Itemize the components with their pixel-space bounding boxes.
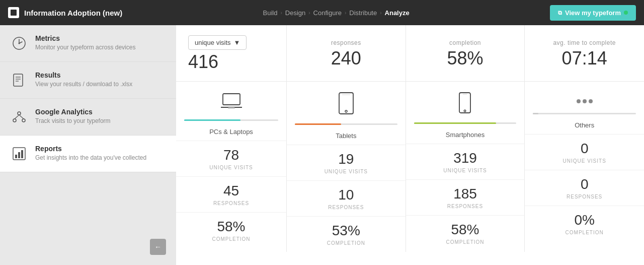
svg-rect-14 [21,150,23,158]
svg-rect-2 [14,74,23,86]
device-unique-visits-label: UNIQUE VISITS [325,169,368,174]
svg-rect-15 [223,94,240,105]
nav-arrow-3: › [345,10,346,16]
svg-line-9 [15,115,19,119]
reports-title: Reports [35,145,146,153]
device-responses-value: 45 [223,183,239,199]
device-unique-visits-value: 0 [581,141,589,157]
sidebar-collapse-button[interactable]: ← [150,239,166,255]
sidebar-item-google-analytics[interactable]: Google Analytics Track visits to your ty… [0,99,176,136]
device-unique-visits-row: 19 UNIQUE VISITS [287,145,406,180]
nav-step-build[interactable]: Build [263,9,278,17]
metrics-title: Metrics [35,34,135,42]
device-completion-value: 53% [332,223,360,239]
visits-value: 416 [188,53,218,71]
device-responses-row: 45 RESPONSES [176,176,286,212]
device-completion-label: COMPLETION [327,240,365,246]
device-completion-value: 0% [574,212,594,228]
app-logo: Information Adoption (new) [8,7,122,18]
device-icon [220,92,243,114]
sidebar-item-reports[interactable]: Reports Get insights into the data you'v… [0,136,176,172]
svg-point-24 [577,99,581,103]
device-completion-value: 58% [217,219,245,235]
reports-icon [10,145,28,163]
device-completion-row: 58% COMPLETION [406,215,525,251]
content-area[interactable]: unique visits ▼ 416 responses 240 comple… [176,25,644,265]
reports-text: Reports Get insights into the data you'v… [35,145,146,161]
google-analytics-title: Google Analytics [35,108,111,116]
device-unique-visits-value: 319 [453,150,477,166]
device-unique-visits-label: UNIQUE VISITS [562,158,606,164]
nav-breadcrumb: Build › Design › Configure › Distribute … [122,9,550,17]
device-unique-visits-row: 78 UNIQUE VISITS [176,141,286,176]
metrics-icon [10,34,28,52]
main-layout: Metrics Monitor your typeform across dev… [0,25,644,265]
sidebar-item-results[interactable]: Results View your results / download to … [0,62,176,99]
svg-point-22 [464,110,466,112]
nav-step-design[interactable]: Design [285,9,305,17]
visits-dropdown[interactable]: unique visits ▼ [188,35,247,50]
device-name: Smartphones [446,131,485,139]
device-unique-visits-row: 319 UNIQUE VISITS [406,144,525,179]
device-unique-visits-row: 0 UNIQUE VISITS [525,134,644,170]
visits-stat-cell: unique visits ▼ 416 [176,25,287,81]
device-progress-fill [184,119,240,121]
device-header: Others [525,82,644,134]
device-responses-row: 185 RESPONSES [406,179,525,215]
top-nav: Information Adoption (new) Build › Desig… [0,0,644,25]
device-progress-fill [414,122,496,124]
device-unique-visits-value: 19 [338,151,354,167]
results-icon [10,71,28,89]
device-responses-label: RESPONSES [447,204,483,209]
responses-value: 240 [331,49,361,68]
device-col-tablets: Tablets 19 UNIQUE VISITS 10 RESPONSES 53… [287,82,406,252]
device-name: PCs & Laptops [209,128,253,136]
sidebar: Metrics Monitor your typeform across dev… [0,25,176,265]
nav-step-configure[interactable]: Configure [313,9,342,17]
completion-stat-cell: completion 58% [406,25,525,81]
sidebar-item-metrics[interactable]: Metrics Monitor your typeform across dev… [0,25,176,62]
device-header: PCs & Laptops [176,82,286,141]
svg-point-8 [22,119,25,122]
device-col-pcs---laptops: PCs & Laptops 78 UNIQUE VISITS 45 RESPON… [176,82,287,252]
svg-rect-17 [228,107,235,109]
device-icon [576,92,594,108]
view-typeform-button[interactable]: ⧉ View my typeform [550,5,636,21]
completion-value: 58% [447,49,483,68]
nav-step-analyze[interactable]: Analyze [385,9,410,17]
external-link-icon: ⧉ [558,10,562,16]
reports-subtitle: Get insights into the data you've collec… [35,154,146,161]
stats-top-row: unique visits ▼ 416 responses 240 comple… [176,25,644,82]
device-grid: PCs & Laptops 78 UNIQUE VISITS 45 RESPON… [176,82,644,252]
responses-stat-cell: responses 240 [287,25,406,81]
app-title: Information Adoption (new) [24,9,122,17]
responses-label: responses [331,39,361,46]
results-title: Results [35,71,132,79]
device-icon [458,92,471,117]
nav-arrow-2: › [308,10,310,16]
device-responses-row: 0 RESPONSES [525,170,644,206]
device-completion-row: 53% COMPLETION [287,216,406,252]
results-subtitle: View your results / download to .xlsx [35,81,132,88]
avg-time-value: 07:14 [562,49,607,68]
device-progress-bar-track [414,122,517,124]
nav-step-distribute[interactable]: Distribute [349,9,377,17]
svg-rect-13 [18,152,20,158]
device-completion-value: 58% [451,222,479,238]
device-col-smartphones: Smartphones 319 UNIQUE VISITS 185 RESPON… [406,82,525,252]
svg-line-10 [19,115,24,119]
svg-point-7 [13,119,16,122]
device-header: Tablets [287,82,406,145]
svg-rect-12 [15,155,17,158]
device-completion-label: COMPLETION [212,236,250,242]
device-progress-bar-track [533,113,636,114]
device-responses-label: RESPONSES [213,201,249,206]
google-analytics-text: Google Analytics Track visits to your ty… [35,108,111,124]
device-responses-value: 10 [338,187,354,203]
avg-time-stat-cell: avg. time to complete 07:14 [525,25,644,81]
nav-arrow-1: › [280,10,282,16]
nav-arrow-4: › [380,10,381,16]
device-progress-fill [295,123,341,125]
metrics-subtitle: Monitor your typeform across devices [35,44,135,51]
device-completion-label: COMPLETION [566,230,604,235]
